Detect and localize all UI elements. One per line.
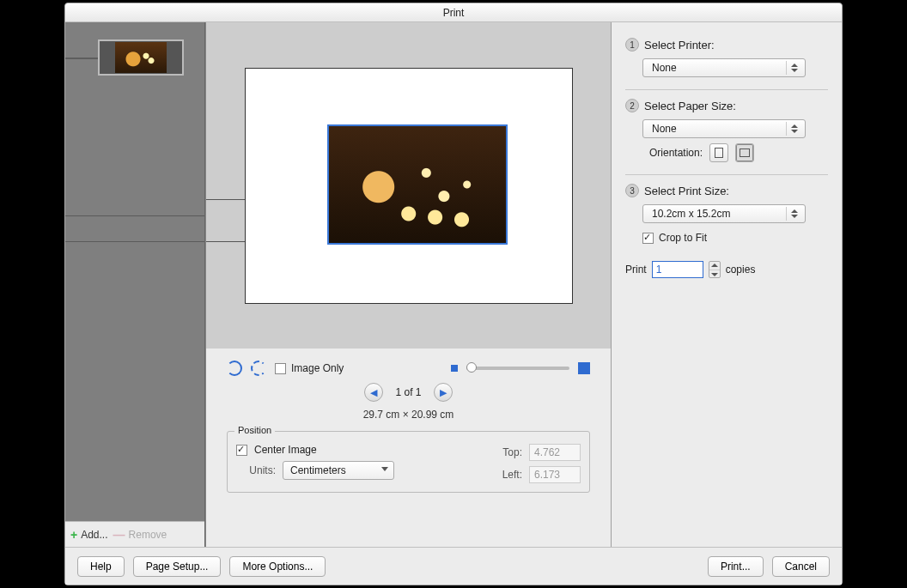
divider (625, 174, 828, 175)
stepper-up-icon[interactable] (709, 262, 720, 270)
step-3-badge: 3 (625, 184, 639, 197)
portrait-icon (715, 148, 723, 158)
print-size-value: 10.2cm x 15.2cm (652, 208, 730, 220)
left-input (529, 466, 581, 483)
paper-size-select[interactable]: None (642, 119, 806, 138)
thumbnail-toolbar: + Add... — Remove (65, 521, 204, 547)
step-paper: 2 Select Paper Size: None Orientation: (625, 99, 828, 162)
cancel-button[interactable]: Cancel (772, 556, 830, 577)
center-image-checkbox[interactable] (236, 445, 247, 456)
next-page-button[interactable]: ▶ (434, 383, 453, 402)
thumbnail-image (115, 42, 167, 73)
units-label: Units: (236, 464, 276, 476)
thumbnail-item[interactable] (98, 39, 184, 76)
add-button[interactable]: + Add... (70, 528, 108, 542)
divider (625, 89, 828, 90)
page-counter: 1 of 1 (395, 386, 421, 398)
select-arrows-icon (786, 61, 801, 75)
copies-stepper[interactable] (709, 261, 721, 278)
position-legend: Position (234, 425, 275, 435)
select-arrows-icon (786, 122, 801, 136)
more-options-button[interactable]: More Options... (229, 556, 326, 577)
paper-dimensions: 29.7 cm × 20.99 cm (227, 409, 590, 421)
units-select[interactable]: Centimeters (283, 461, 394, 480)
copies-suffix: copies (726, 264, 756, 276)
rotate-cw-icon[interactable] (251, 361, 266, 376)
image-only-label: Image Only (291, 362, 344, 374)
zoom-out-icon[interactable] (451, 365, 458, 372)
prev-page-button[interactable]: ◀ (364, 383, 383, 402)
divider (65, 241, 204, 242)
print-size-select[interactable]: 10.2cm x 15.2cm (642, 204, 806, 223)
chevron-right-icon: ▶ (440, 387, 447, 398)
page-setup-button[interactable]: Page Setup... (133, 556, 222, 577)
minus-icon: — (113, 528, 125, 542)
remove-label: Remove (129, 529, 167, 541)
thumbnail-connector (65, 58, 98, 59)
printer-select[interactable]: None (642, 58, 806, 77)
thumbnail-pane: + Add... — Remove (65, 22, 205, 547)
step-3-label: Select Print Size: (644, 185, 729, 197)
window-title: Print (65, 3, 842, 22)
image-on-paper[interactable] (327, 124, 508, 245)
orientation-label: Orientation: (649, 147, 703, 159)
orientation-portrait-button[interactable] (709, 143, 728, 162)
dialog-content: + Add... — Remove (65, 22, 842, 547)
printer-value: None (652, 62, 677, 74)
dialog-footer: Help Page Setup... More Options... Print… (65, 547, 842, 585)
crop-to-fit-label: Crop to Fit (659, 232, 707, 244)
print-button[interactable]: Print... (708, 556, 764, 577)
top-input (529, 444, 581, 461)
settings-pane: 1 Select Printer: None 2 Select Paper Si… (612, 22, 842, 547)
plus-icon: + (70, 528, 77, 542)
remove-button: — Remove (113, 528, 167, 542)
step-2-badge: 2 (625, 99, 639, 112)
rotate-ccw-icon[interactable] (227, 361, 242, 376)
copies-input[interactable] (652, 261, 703, 278)
thumbnail-area (65, 22, 204, 519)
orientation-landscape-button[interactable] (735, 143, 754, 162)
add-label: Add... (81, 529, 107, 541)
center-image-label: Center Image (254, 444, 317, 456)
step-print-size: 3 Select Print Size: 10.2cm x 15.2cm Cro… (625, 184, 828, 278)
step-1-badge: 1 (625, 38, 639, 52)
paper-size-value: None (652, 123, 677, 135)
preview-pane: Image Only ◀ 1 of 1 ▶ (205, 22, 612, 547)
preview-area (206, 22, 611, 349)
divider (65, 215, 204, 216)
help-button[interactable]: Help (77, 556, 125, 577)
step-1-label: Select Printer: (644, 39, 715, 52)
image-only-checkbox[interactable] (275, 363, 286, 374)
select-arrows-icon (786, 207, 801, 221)
stepper-down-icon[interactable] (709, 270, 720, 278)
crop-to-fit-checkbox[interactable] (642, 233, 654, 244)
copies-prefix: Print (625, 264, 647, 276)
paper-preview (245, 68, 573, 304)
top-label: Top: (483, 446, 522, 458)
page-nav-row: ◀ 1 of 1 ▶ (227, 383, 590, 402)
preview-controls: Image Only ◀ 1 of 1 ▶ (206, 349, 611, 547)
print-dialog: Print + Add... — Remove (64, 3, 843, 585)
left-label: Left: (483, 469, 522, 481)
step-2-label: Select Paper Size: (644, 100, 736, 112)
chevron-left-icon: ◀ (370, 387, 377, 398)
units-value: Centimeters (290, 464, 346, 476)
position-group: Position Center Image Units: Centimeters (227, 431, 590, 493)
step-printer: 1 Select Printer: None (625, 38, 828, 77)
control-row-1: Image Only (227, 361, 590, 376)
zoom-in-icon[interactable] (578, 362, 590, 374)
zoom-slider[interactable] (466, 367, 569, 370)
landscape-icon (740, 149, 750, 157)
zoom-slider-knob[interactable] (466, 362, 477, 373)
